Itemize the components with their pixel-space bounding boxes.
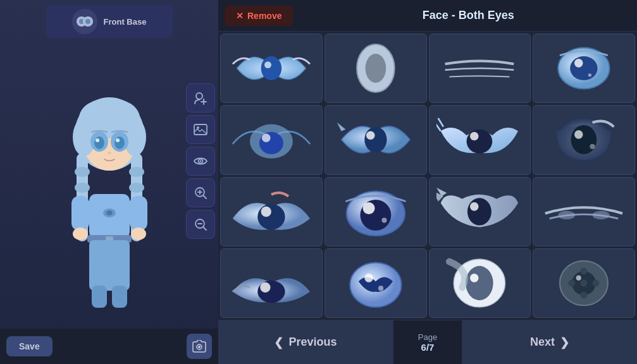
svg-point-89 bbox=[466, 266, 493, 300]
svg-point-53 bbox=[198, 346, 201, 348]
right-header: ✕ Remove Face - Both Eyes bbox=[218, 0, 637, 32]
svg-point-78 bbox=[381, 217, 387, 222]
add-character-button[interactable] bbox=[186, 83, 215, 112]
front-base-avatar bbox=[72, 9, 97, 34]
remove-button[interactable]: ✕ Remove bbox=[225, 6, 293, 26]
next-arrow-icon: ❯ bbox=[560, 336, 569, 349]
zoom-out-button[interactable] bbox=[186, 210, 215, 239]
eye-option-9[interactable] bbox=[220, 177, 323, 246]
panel-title: Face - Both Eyes bbox=[299, 9, 637, 22]
eye-grid bbox=[218, 32, 637, 320]
page-info: Page 6/7 bbox=[393, 320, 462, 364]
camera-button[interactable] bbox=[187, 334, 212, 359]
image-button[interactable] bbox=[186, 115, 215, 144]
eye-option-12[interactable] bbox=[533, 177, 635, 246]
svg-rect-32 bbox=[71, 196, 89, 231]
svg-point-73 bbox=[257, 203, 285, 229]
eye-option-4[interactable] bbox=[533, 33, 635, 103]
svg-point-34 bbox=[73, 228, 88, 240]
character-area bbox=[0, 43, 218, 364]
svg-point-70 bbox=[571, 125, 597, 154]
svg-point-54 bbox=[261, 56, 282, 80]
svg-point-95 bbox=[593, 279, 600, 286]
svg-line-50 bbox=[204, 228, 207, 231]
next-button[interactable]: Next ❯ bbox=[462, 320, 637, 364]
svg-point-11 bbox=[129, 167, 144, 177]
svg-point-28 bbox=[106, 210, 113, 215]
svg-point-84 bbox=[260, 282, 270, 293]
eye-option-10[interactable] bbox=[325, 177, 427, 246]
svg-point-97 bbox=[581, 291, 588, 298]
eye-option-6[interactable] bbox=[325, 105, 427, 174]
eye-option-14[interactable] bbox=[325, 248, 427, 318]
page-label: Page bbox=[418, 332, 437, 342]
side-toolbar bbox=[183, 81, 218, 241]
svg-point-59 bbox=[570, 56, 597, 80]
eye-option-7[interactable] bbox=[429, 105, 531, 174]
svg-point-72 bbox=[590, 144, 595, 149]
previous-label: Previous bbox=[288, 336, 337, 349]
page-number: 6/7 bbox=[421, 342, 435, 353]
svg-point-90 bbox=[470, 274, 479, 282]
pagination: ❮ Previous Page 6/7 Next ❯ bbox=[218, 320, 637, 364]
svg-point-74 bbox=[261, 206, 271, 216]
zoom-in-button[interactable] bbox=[186, 178, 215, 207]
svg-point-94 bbox=[569, 279, 576, 286]
svg-point-80 bbox=[470, 202, 479, 211]
svg-point-21 bbox=[94, 136, 104, 149]
svg-point-65 bbox=[364, 127, 387, 153]
svg-point-25 bbox=[108, 152, 111, 154]
eye-option-1[interactable] bbox=[220, 33, 323, 103]
save-button[interactable]: Save bbox=[6, 336, 53, 356]
svg-rect-36 bbox=[92, 286, 107, 308]
character-display bbox=[53, 96, 166, 311]
svg-point-22 bbox=[114, 136, 125, 149]
svg-point-93 bbox=[581, 279, 588, 286]
svg-point-35 bbox=[131, 228, 146, 240]
svg-point-87 bbox=[378, 286, 383, 291]
eye-option-3[interactable] bbox=[429, 33, 531, 103]
svg-point-24 bbox=[116, 138, 120, 142]
svg-point-71 bbox=[574, 130, 583, 139]
svg-point-57 bbox=[365, 54, 386, 83]
eye-option-8[interactable] bbox=[533, 105, 635, 174]
svg-point-98 bbox=[576, 276, 581, 281]
right-panel: ✕ Remove Face - Both Eyes bbox=[218, 0, 637, 364]
front-base-header[interactable]: Front Base bbox=[46, 5, 173, 38]
svg-point-38 bbox=[196, 93, 202, 99]
svg-point-79 bbox=[467, 198, 492, 225]
svg-point-64 bbox=[262, 134, 271, 143]
svg-point-68 bbox=[470, 132, 479, 141]
svg-point-77 bbox=[362, 202, 374, 214]
remove-x-icon: ✕ bbox=[236, 11, 244, 21]
svg-rect-31 bbox=[89, 240, 130, 291]
eye-option-13[interactable] bbox=[220, 248, 323, 318]
svg-point-66 bbox=[366, 131, 375, 140]
eye-option-2[interactable] bbox=[325, 33, 427, 103]
eye-button[interactable] bbox=[186, 147, 215, 176]
eye-option-15[interactable] bbox=[429, 248, 531, 318]
svg-point-67 bbox=[467, 130, 493, 154]
eye-option-16[interactable] bbox=[533, 248, 635, 318]
svg-point-86 bbox=[364, 274, 373, 282]
svg-point-7 bbox=[75, 167, 90, 177]
svg-point-60 bbox=[574, 59, 583, 68]
svg-point-55 bbox=[264, 61, 271, 68]
svg-rect-33 bbox=[130, 196, 147, 231]
svg-point-8 bbox=[75, 183, 90, 193]
svg-point-81 bbox=[558, 210, 575, 219]
bottom-bar: Save bbox=[0, 329, 218, 364]
remove-label: Remove bbox=[247, 11, 281, 21]
eye-option-5[interactable] bbox=[220, 105, 323, 174]
svg-point-61 bbox=[588, 73, 591, 76]
left-panel: Front Base bbox=[0, 0, 218, 364]
svg-point-12 bbox=[129, 183, 144, 193]
previous-button[interactable]: ❮ Previous bbox=[218, 320, 393, 364]
next-label: Next bbox=[530, 336, 555, 349]
svg-point-82 bbox=[593, 210, 610, 219]
svg-point-23 bbox=[96, 138, 99, 142]
svg-point-3 bbox=[85, 19, 90, 24]
svg-rect-37 bbox=[112, 286, 127, 308]
eye-option-11[interactable] bbox=[429, 177, 531, 246]
svg-line-46 bbox=[204, 196, 207, 199]
